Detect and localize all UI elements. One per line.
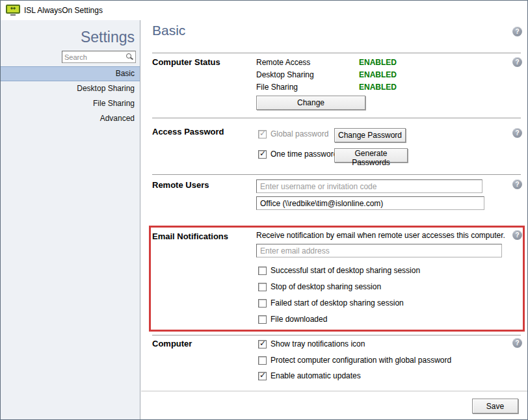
one-time-password-label: One time password — [271, 150, 337, 159]
computer-status-label: Computer Status — [152, 57, 220, 67]
separator — [152, 53, 521, 53]
notify-stop-checkbox[interactable] — [258, 283, 267, 291]
status-row-name: Remote Access — [256, 58, 310, 67]
separator — [152, 335, 521, 335]
help-icon-email-notifications[interactable] — [512, 230, 522, 240]
remote-user-input[interactable] — [256, 179, 482, 193]
sidebar-item-basic[interactable]: Basic — [1, 66, 140, 81]
remote-users-list-item[interactable]: Office (\\redbike\tim@islonline.com) — [256, 196, 484, 210]
help-icon-basic[interactable] — [512, 27, 522, 36]
search-input[interactable] — [64, 51, 124, 62]
status-row-name: File Sharing — [256, 83, 298, 92]
notify-file-downloaded-checkbox[interactable] — [258, 315, 267, 324]
isl-alwayson-app-icon — [6, 5, 20, 16]
computer-label: Computer — [152, 339, 192, 348]
email-address-input[interactable] — [256, 244, 502, 257]
protect-configuration-label: Protect computer configuration with glob… — [271, 356, 451, 365]
isl-alwayson-settings-window: ISL AlwaysOn Settings Settings Basic Des… — [0, 0, 528, 420]
notify-successful-start-label: Successful start of desktop sharing sess… — [271, 266, 420, 275]
global-password-row[interactable]: Global password — [258, 129, 328, 138]
protect-configuration-row[interactable]: Protect computer configuration with glob… — [258, 356, 451, 365]
window-title: ISL AlwaysOn Settings — [24, 6, 103, 15]
notify-file-downloaded-row[interactable]: File downloaded — [258, 315, 327, 324]
title-bar: ISL AlwaysOn Settings — [1, 1, 527, 20]
automatic-updates-checkbox[interactable] — [258, 372, 267, 380]
status-row-name: Desktop Sharing — [256, 70, 314, 79]
footer-separator — [141, 391, 528, 391]
automatic-updates-row[interactable]: Enable automatic updates — [258, 371, 361, 380]
status-badge: ENABLED — [359, 83, 397, 92]
global-password-checkbox[interactable] — [258, 130, 267, 138]
notify-failed-start-row[interactable]: Failed start of desktop sharing session — [258, 298, 404, 308]
change-password-button[interactable]: Change Password — [334, 128, 406, 142]
status-badge: ENABLED — [359, 58, 397, 67]
remote-users-label: Remote Users — [152, 180, 209, 190]
notify-stop-row[interactable]: Stop of desktop sharing session — [258, 282, 381, 291]
search-box[interactable] — [62, 51, 136, 63]
sidebar: Settings Basic Desktop Sharing File Shar… — [1, 20, 140, 420]
one-time-password-checkbox[interactable] — [258, 150, 267, 159]
notify-stop-label: Stop of desktop sharing session — [271, 282, 381, 291]
notify-successful-start-row[interactable]: Successful start of desktop sharing sess… — [258, 266, 420, 275]
notify-failed-start-checkbox[interactable] — [258, 299, 267, 308]
one-time-password-row[interactable]: One time password — [258, 150, 337, 159]
separator — [152, 174, 521, 175]
protect-configuration-checkbox[interactable] — [258, 356, 267, 365]
search-icon — [126, 53, 131, 59]
notify-failed-start-label: Failed start of desktop sharing session — [271, 298, 404, 308]
separator — [152, 118, 521, 118]
global-password-label: Global password — [271, 129, 328, 138]
email-notifications-highlight — [149, 226, 525, 332]
notify-file-downloaded-label: File downloaded — [271, 315, 327, 324]
email-notifications-description: Receive notification by email when remot… — [256, 231, 505, 240]
save-button[interactable]: Save — [472, 399, 518, 413]
generate-passwords-button[interactable]: Generate Passwords — [334, 148, 408, 163]
sidebar-item-advanced[interactable]: Advanced — [1, 111, 140, 126]
help-icon-access-password[interactable] — [512, 128, 522, 138]
page-title: Basic — [152, 23, 185, 38]
show-tray-icon-row[interactable]: Show tray notifications icon — [258, 339, 365, 348]
status-badge: ENABLED — [359, 70, 397, 79]
show-tray-icon-label: Show tray notifications icon — [271, 339, 365, 348]
email-notifications-label: Email Notifications — [152, 231, 228, 241]
help-icon-remote-users[interactable] — [512, 179, 522, 189]
sidebar-title: Settings — [81, 29, 135, 46]
sidebar-item-desktop-sharing[interactable]: Desktop Sharing — [1, 81, 140, 96]
show-tray-icon-checkbox[interactable] — [258, 340, 267, 348]
change-button[interactable]: Change — [256, 96, 365, 110]
help-icon-computer[interactable] — [512, 338, 522, 348]
main-panel: Basic Computer Status Remote Access ENAB… — [141, 20, 528, 420]
sidebar-item-file-sharing[interactable]: File Sharing — [1, 96, 140, 111]
access-password-label: Access Password — [152, 127, 224, 137]
help-icon-computer-status[interactable] — [512, 57, 522, 67]
automatic-updates-label: Enable automatic updates — [271, 371, 361, 380]
notify-successful-start-checkbox[interactable] — [258, 267, 267, 275]
sidebar-nav: Basic Desktop Sharing File Sharing Advan… — [1, 66, 140, 126]
